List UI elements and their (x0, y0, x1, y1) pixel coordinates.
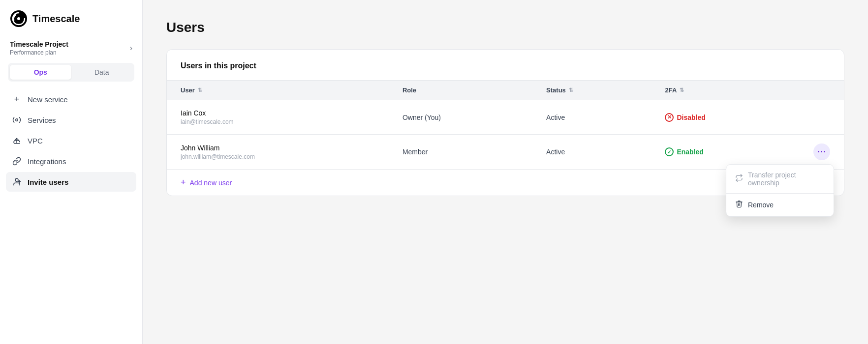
wrench-icon (12, 115, 22, 125)
status-badge: Active (546, 114, 565, 121)
action-cell-2[interactable]: ··· Trans (800, 135, 844, 170)
sidebar-item-integrations[interactable]: Integrations (6, 151, 136, 171)
tab-data[interactable]: Data (71, 65, 133, 80)
users-table-wrapper: User ⇅ Role Status ⇅ (167, 80, 844, 196)
project-plan: Performance plan (10, 49, 130, 56)
enabled-icon: ✓ (665, 147, 674, 156)
more-options-button[interactable]: ··· (813, 143, 830, 160)
logo-text: Timescale (32, 13, 80, 25)
user-email: john.william@timescale.com (181, 153, 375, 160)
page-title: Users (166, 20, 844, 35)
cloud-icon (12, 136, 22, 145)
main-content: Users Users in this project User ⇅ (143, 0, 868, 344)
dropdown-item-label: Transfer project ownership (748, 171, 825, 187)
col-status[interactable]: Status ⇅ (532, 81, 651, 100)
user-email: iain@timescale.com (181, 118, 375, 125)
dropdown-item-transfer[interactable]: Transfer project ownership (726, 165, 834, 193)
sort-icon-user: ⇅ (198, 87, 202, 93)
user-name: John William (181, 144, 375, 152)
action-cell-1 (800, 100, 844, 135)
table-header: User ⇅ Role Status ⇅ (167, 81, 844, 100)
dropdown-item-label: Remove (748, 201, 774, 209)
ops-data-tabs: Ops Data (8, 63, 134, 82)
sidebar-item-label: Integrations (28, 157, 66, 166)
status-badge: Active (546, 148, 565, 156)
sidebar-nav: + New service Services VPC (0, 87, 142, 344)
user-role: Member (403, 148, 428, 156)
add-user-label: Add new user (190, 179, 232, 187)
project-chevron-icon: › (130, 44, 132, 53)
role-cell-1: Owner (You) (389, 100, 532, 135)
user-actions-dropdown: Transfer project ownership (726, 164, 834, 217)
status-cell-2: Active (532, 135, 651, 170)
user-role: Owner (You) (403, 114, 441, 121)
sidebar-item-services[interactable]: Services (6, 110, 136, 130)
col-role: Role (389, 81, 532, 100)
sidebar-item-label: Services (28, 116, 56, 124)
users-table: User ⇅ Role Status ⇅ (167, 80, 844, 196)
svg-point-4 (15, 178, 18, 181)
user-cell-1: Iain Cox iain@timescale.com (167, 100, 389, 135)
svg-point-1 (17, 17, 20, 20)
dropdown-item-remove[interactable]: Remove (726, 194, 834, 216)
plus-icon: + (12, 94, 22, 104)
user-name: Iain Cox (181, 109, 375, 117)
sort-icon-2fa: ⇅ (680, 87, 684, 93)
sidebar: Timescale Timescale Project Performance … (0, 0, 143, 344)
twofa-badge-disabled: ✕ Disabled (665, 113, 705, 122)
plus-icon: + (181, 177, 186, 188)
add-new-user-link[interactable]: + Add new user (181, 177, 232, 188)
card-title: Users in this project (167, 50, 844, 80)
tab-ops[interactable]: Ops (10, 65, 71, 80)
sidebar-item-vpc[interactable]: VPC (6, 131, 136, 150)
timescale-logo-icon (10, 10, 28, 28)
project-name: Timescale Project (10, 40, 130, 48)
table-row: John William john.william@timescale.com … (167, 135, 844, 170)
transfer-icon (735, 174, 743, 184)
col-user[interactable]: User ⇅ (167, 81, 389, 100)
status-cell-1: Active (532, 100, 651, 135)
twofa-cell-1: ✕ Disabled (651, 100, 800, 135)
twofa-badge-enabled: ✓ Enabled (665, 147, 703, 156)
sidebar-item-invite-users[interactable]: Invite users (6, 172, 136, 192)
svg-point-2 (16, 119, 18, 121)
role-cell-2: Member (389, 135, 532, 170)
user-plus-icon (12, 177, 22, 187)
sidebar-item-new-service[interactable]: + New service (6, 89, 136, 109)
link-icon (12, 156, 22, 166)
col-actions (800, 81, 844, 100)
table-body: Iain Cox iain@timescale.com Owner (You) … (167, 100, 844, 196)
sort-icon-status: ⇅ (569, 87, 573, 93)
user-cell-2: John William john.william@timescale.com (167, 135, 389, 170)
disabled-icon: ✕ (665, 113, 674, 122)
twofa-label: Enabled (677, 148, 703, 156)
sidebar-item-label: Invite users (28, 178, 68, 186)
trash-icon (735, 200, 743, 210)
twofa-label: Disabled (677, 114, 705, 121)
logo-area: Timescale (0, 0, 142, 35)
users-card: Users in this project User ⇅ Role (166, 49, 844, 196)
col-2fa[interactable]: 2FA ⇅ (651, 81, 800, 100)
sidebar-item-label: VPC (28, 137, 43, 145)
sidebar-item-label: New service (28, 95, 68, 104)
project-selector[interactable]: Timescale Project Performance plan › (0, 35, 142, 63)
table-row: Iain Cox iain@timescale.com Owner (You) … (167, 100, 844, 135)
